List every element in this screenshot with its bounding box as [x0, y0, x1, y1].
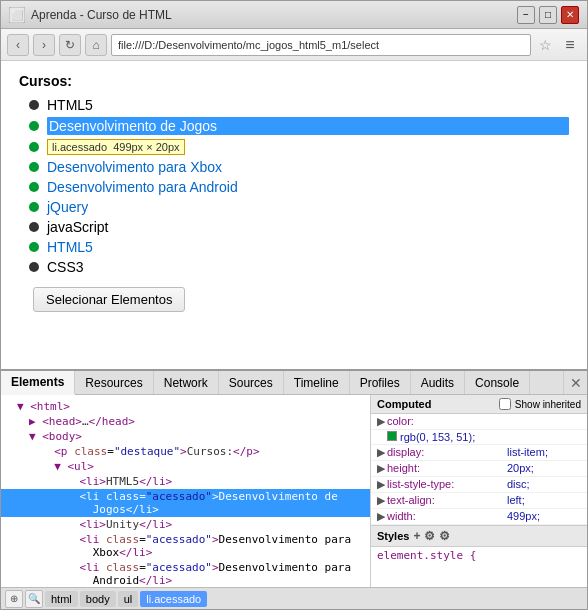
breadcrumb-li-acessado[interactable]: li.acessado — [140, 591, 207, 607]
property-value: rgb(0, 153, 51); — [400, 431, 581, 443]
window-title: Aprenda - Curso de HTML — [31, 8, 517, 22]
tab-console[interactable]: Console — [465, 371, 530, 394]
item-highlighted: Desenvolvimento de Jogos — [47, 117, 569, 135]
tab-elements[interactable]: Elements — [1, 371, 75, 395]
list-item: javaScript — [29, 219, 569, 235]
back-button[interactable]: ‹ — [7, 34, 29, 56]
property-name: text-align: — [387, 494, 507, 507]
breadcrumb-body[interactable]: body — [80, 591, 116, 607]
reload-button[interactable]: ↻ — [59, 34, 81, 56]
item-text: CSS3 — [47, 259, 84, 275]
select-elements-button[interactable]: Selecionar Elementos — [33, 287, 185, 312]
bullet-icon — [29, 182, 39, 192]
property-value: 20px; — [507, 462, 581, 475]
bullet-icon — [29, 162, 39, 172]
element-line[interactable]: <li>HTML5</li> — [1, 474, 370, 489]
devtools-panel: Elements Resources Network Sources Timel… — [1, 369, 587, 609]
bullet-icon — [29, 100, 39, 110]
element-line[interactable]: <li class="acessado">Desenvolvimento par… — [1, 532, 370, 560]
item-text: HTML5 — [47, 97, 93, 113]
element-line[interactable]: ▼ <body> — [1, 429, 370, 444]
browser-content: Cursos: HTML5 Desenvolvimento de Jogos l… — [1, 61, 587, 609]
property-name: width: — [387, 510, 507, 523]
close-button[interactable]: ✕ — [561, 6, 579, 24]
tab-profiles[interactable]: Profiles — [350, 371, 411, 394]
page-content: Cursos: HTML5 Desenvolvimento de Jogos l… — [1, 61, 587, 369]
computed-property: ▶ list-style-type: disc; — [371, 477, 587, 493]
nav-bar: ‹ › ↻ ⌂ file:///D:/Desenvolvimento/mc_jo… — [1, 29, 587, 61]
element-line[interactable]: <p class="destaque">Cursos:</p> — [1, 444, 370, 459]
property-arrow[interactable]: ▶ — [377, 478, 387, 491]
tab-audits[interactable]: Audits — [411, 371, 465, 394]
element-line[interactable]: <li class="acessado">Desenvolvimento par… — [1, 560, 370, 587]
styles-settings-icon[interactable]: ⚙ — [439, 529, 450, 543]
bullet-icon — [29, 121, 39, 131]
computed-property: ▶ color: — [371, 414, 587, 430]
computed-property: ▶ height: 20px; — [371, 461, 587, 477]
list-item: Desenvolvimento para Android — [29, 179, 569, 195]
computed-header-right: Show inherited — [499, 398, 581, 410]
computed-header: Computed Show inherited — [371, 395, 587, 414]
color-swatch — [387, 431, 397, 441]
list-item: li.acessado 499px × 20px — [29, 139, 569, 155]
forward-button[interactable]: › — [33, 34, 55, 56]
svg-text:⬜: ⬜ — [11, 9, 24, 22]
bookmark-icon[interactable]: ☆ — [535, 35, 555, 55]
item-link[interactable]: jQuery — [47, 199, 88, 215]
address-bar[interactable]: file:///D:/Desenvolvimento/mc_jogos_html… — [111, 34, 531, 56]
property-value: list-item; — [507, 446, 581, 459]
element-line[interactable]: ▶ <head>…</head> — [1, 414, 370, 429]
menu-button[interactable]: ≡ — [559, 34, 581, 56]
element-line[interactable]: <li>Unity</li> — [1, 517, 370, 532]
property-value: 499px; — [507, 510, 581, 523]
show-inherited-checkbox[interactable] — [499, 398, 511, 410]
computed-title: Computed — [377, 398, 431, 410]
list-item: HTML5 — [29, 239, 569, 255]
courses-list: HTML5 Desenvolvimento de Jogos li.acessa… — [19, 97, 569, 275]
list-item: Desenvolvimento para Xbox — [29, 159, 569, 175]
computed-property: ▶ text-align: left; — [371, 493, 587, 509]
item-link[interactable]: Desenvolvimento para Android — [47, 179, 238, 195]
item-link[interactable]: Desenvolvimento para Xbox — [47, 159, 222, 175]
tab-sources[interactable]: Sources — [219, 371, 284, 394]
property-name: height: — [387, 462, 507, 475]
styles-content: element.style { — [371, 547, 587, 564]
property-arrow[interactable]: ▶ — [377, 462, 387, 475]
bullet-icon — [29, 222, 39, 232]
breadcrumb-html[interactable]: html — [45, 591, 78, 607]
element-line-selected[interactable]: <li class="acessado">Desenvolvimento de … — [1, 489, 370, 517]
styles-add-button[interactable]: + — [413, 529, 420, 543]
devtools-body: ▼ <html> ▶ <head>…</head> ▼ <body> <p cl… — [1, 395, 587, 587]
list-item: Desenvolvimento de Jogos — [29, 117, 569, 135]
computed-property-value: rgb(0, 153, 51); — [371, 430, 587, 445]
tab-timeline[interactable]: Timeline — [284, 371, 350, 394]
property-arrow[interactable]: ▶ — [377, 510, 387, 523]
styles-header: Styles + ⚙ ⚙ — [371, 525, 587, 547]
elements-panel: ▼ <html> ▶ <head>…</head> ▼ <body> <p cl… — [1, 395, 371, 587]
property-arrow[interactable]: ▶ — [377, 494, 387, 507]
search-button[interactable]: 🔍 — [25, 590, 43, 608]
list-item: HTML5 — [29, 97, 569, 113]
property-value: disc; — [507, 478, 581, 491]
inspect-button[interactable]: ⊕ — [5, 590, 23, 608]
property-arrow[interactable]: ▶ — [377, 446, 387, 459]
item-link[interactable]: HTML5 — [47, 239, 93, 255]
tab-network[interactable]: Network — [154, 371, 219, 394]
tab-resources[interactable]: Resources — [75, 371, 153, 394]
element-line[interactable]: ▼ <html> — [1, 399, 370, 414]
breadcrumb-ul[interactable]: ul — [118, 591, 139, 607]
element-tooltip: li.acessado 499px × 20px — [47, 139, 185, 155]
title-bar: ⬜ Aprenda - Curso de HTML − □ ✕ — [1, 1, 587, 29]
property-name: color: — [387, 415, 507, 428]
bullet-icon — [29, 142, 39, 152]
maximize-button[interactable]: □ — [539, 6, 557, 24]
home-button[interactable]: ⌂ — [85, 34, 107, 56]
styles-gear-icon[interactable]: ⚙ — [424, 529, 435, 543]
devtools-close-button[interactable]: ✕ — [563, 371, 587, 394]
element-line[interactable]: ▼ <ul> — [1, 459, 370, 474]
devtools-status-bar: ⊕ 🔍 html body ul li.acessado — [1, 587, 587, 609]
minimize-button[interactable]: − — [517, 6, 535, 24]
devtools-tabs: Elements Resources Network Sources Timel… — [1, 371, 587, 395]
property-arrow[interactable]: ▶ — [377, 415, 387, 428]
cursos-heading: Cursos: — [19, 73, 569, 89]
